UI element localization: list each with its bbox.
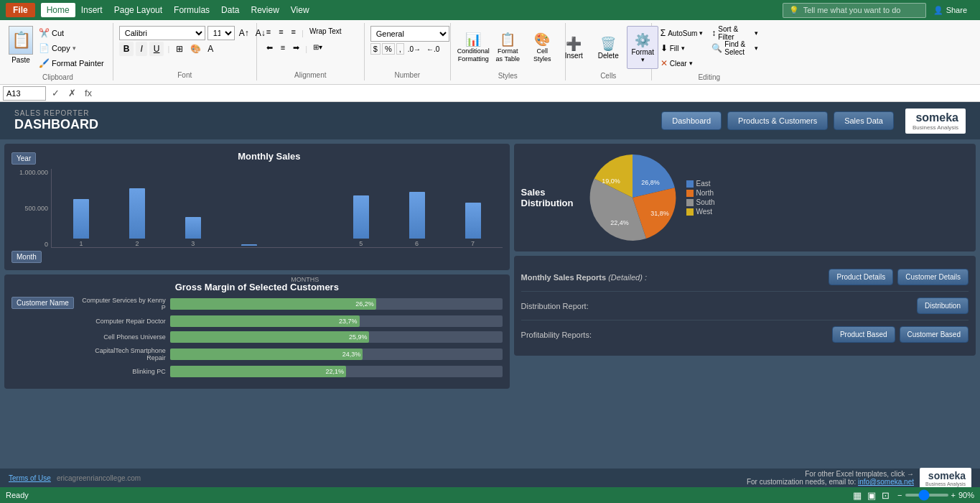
dashboard-nav-dashboard[interactable]: Dashboard [661,111,722,130]
home-menu[interactable]: Home [41,3,75,17]
dashboard-nav-sales[interactable]: Sales Data [834,111,894,130]
increase-decimal-button[interactable]: .0→ [406,45,423,54]
sort-filter-button[interactable]: ↕ Sort & Filter ▾ [709,26,760,40]
status-right: ▦ ▣ ⊡ − + 90% [851,490,974,501]
percent-button[interactable]: % [382,43,395,55]
align-left[interactable]: ⬅ [263,42,276,56]
menu-bar: File Home Insert Page Layout Formulas Da… [0,0,980,20]
cell-styles-button[interactable]: 🎨 Cell Styles [526,26,558,69]
profitability-report-row: Profitability Reports: Product Based Cus… [521,320,969,349]
customer-based-button[interactable]: Customer Based [900,326,969,343]
customization-label: For customization needs, email to: info@… [747,478,914,486]
format-painter-button[interactable]: 🖌️ Format Painter [36,56,107,70]
find-select-button[interactable]: 🔍 Find & Select ▾ [709,41,760,55]
product-based-button[interactable]: Product Based [832,326,895,343]
zoom-out-icon[interactable]: − [897,491,902,499]
align-top-right[interactable]: ≡ [288,26,299,40]
view-buttons: ▦ ▣ ⊡ [851,490,892,501]
page-layout-menu[interactable]: Page Layout [108,3,168,17]
customer-5-label: Blinking PC [80,368,166,375]
editing-label: Editing [698,73,720,83]
format-as-table-button[interactable]: 📋 Format as Table [492,26,523,69]
fill-button[interactable]: ⬇ Fill ▾ [658,41,706,55]
monthly-sales-btns: Product Details Customer Details [829,269,969,285]
page-layout-view-button[interactable]: ▣ [865,490,878,501]
gross-margin-row-1: Computer Services by Kenny P 26,2% [80,297,503,311]
insert-button[interactable]: ➕ Insert [558,26,589,69]
customer-4-bar: 24,3% [170,349,503,360]
bar-6: 6 [393,192,441,247]
cut-button[interactable]: ✂️ Cut [36,26,107,40]
font-size-select[interactable]: 11 [207,26,235,40]
normal-view-button[interactable]: ▦ [851,490,864,501]
south-color [686,199,694,206]
currency-button[interactable]: $ [370,43,381,55]
file-menu[interactable]: File [6,3,35,17]
zoom-in-icon[interactable]: + [951,491,956,499]
customer-5-bar: 22,1% [170,366,503,377]
east-color [686,180,694,188]
merge-center-button[interactable]: ⊞▾ [309,42,326,56]
insert-menu[interactable]: Insert [75,3,108,17]
month-filter-button[interactable]: Month [11,251,42,263]
monthly-sales-report-row: Monthly Sales Reports (Detailed) : Produ… [521,263,969,292]
font-family-select[interactable]: Calibri [119,26,205,40]
dashboard-left-column: Year Monthly Sales 1.000.000 500.000 0 1 [4,144,510,464]
conditional-formatting-button[interactable]: 📊 Conditional Formatting [457,26,489,69]
formulas-menu[interactable]: Formulas [168,3,215,17]
delete-button[interactable]: 🗑️ Delete [592,26,624,69]
product-details-button[interactable]: Product Details [829,269,893,285]
checkmark-icon[interactable]: ✓ [49,88,62,98]
dashboard-title: DASHBOARD [14,117,98,132]
underline-button[interactable]: U [149,42,164,56]
tell-me-search[interactable]: 💡 Tell me what you want to do [783,3,926,18]
email-link[interactable]: info@someka.net [858,478,914,486]
bar-chart-bars: 1 2 3 MONTHS 5 6 7 [57,169,497,247]
align-top-center[interactable]: ≡ [275,26,286,40]
borders-button[interactable]: ⊞ [173,42,186,55]
reports-card: Monthly Sales Reports (Detailed) : Produ… [514,256,976,356]
wrap-text-button[interactable]: Wrap Text [306,26,345,40]
align-top-left[interactable]: ≡ [263,26,274,40]
cancel-icon[interactable]: ✗ [65,88,79,98]
cells-group: ➕ Insert 🗑️ Delete ⚙️ Format ▾ Cells [566,23,652,80]
highlight-button[interactable]: 🎨 [188,43,203,55]
copy-button[interactable]: 📄 Copy ▾ [36,41,107,55]
paste-button[interactable]: 📋 Paste [9,26,33,64]
align-right[interactable]: ➡ [289,42,303,56]
view-menu[interactable]: View [285,3,315,17]
year-filter-button[interactable]: Year [11,152,36,165]
styles-group: 📊 Conditional Formatting 📋 Format as Tab… [451,23,566,80]
bar-1: 1 [57,199,105,247]
autosum-button[interactable]: Σ AutoSum ▾ [658,26,706,40]
pie-chart: 26,8% 31,8% 22,4% 19,0% [586,151,679,244]
decrease-decimal-button[interactable]: ←.0 [424,45,442,54]
italic-button[interactable]: I [136,42,146,56]
number-format-select[interactable]: General [370,26,449,42]
styles-label: Styles [498,72,518,81]
function-icon[interactable]: fx [82,88,95,98]
customer-2-bar: 23,7% [170,315,503,327]
cell-reference-input[interactable] [3,86,46,101]
sales-distribution-card: SalesDistribution 26,8% [514,144,976,251]
customer-name-filter[interactable]: Customer Name [11,297,74,309]
bold-button[interactable]: B [119,42,134,56]
west-color [686,208,694,216]
clear-button[interactable]: ✕ Clear ▾ [658,56,706,70]
page-break-view-button[interactable]: ⊡ [879,490,892,501]
align-center[interactable]: ≡ [277,42,289,56]
increase-font-button[interactable]: A↑ [237,27,251,39]
font-color-button[interactable]: A [205,43,215,55]
customer-details-button[interactable]: Customer Details [897,269,969,285]
comma-button[interactable]: , [396,43,404,55]
distribution-report-row: Distribution Report: Distribution [521,292,969,320]
bar-4 [225,244,273,247]
data-menu[interactable]: Data [215,3,245,17]
distribution-button[interactable]: Distribution [917,297,969,314]
terms-of-use-link[interactable]: Terms of Use [9,474,51,482]
share-button[interactable]: 👤 Share [926,4,974,17]
dashboard-nav-products[interactable]: Products & Customers [727,111,828,130]
formula-input[interactable] [98,86,977,101]
zoom-slider[interactable] [905,494,948,497]
review-menu[interactable]: Review [245,3,284,17]
